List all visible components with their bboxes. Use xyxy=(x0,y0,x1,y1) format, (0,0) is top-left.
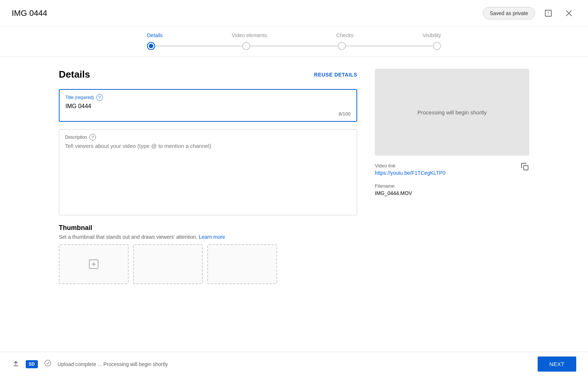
thumbnail-description: Set a thumbnail that stands out and draw… xyxy=(59,234,357,240)
preview-box: Processing will begin shortly xyxy=(375,69,529,156)
footer-left: SD Upload complete ... Processing will b… xyxy=(12,359,168,369)
video-link-row: Video link https://youtu.be/F1TCegKLTP0 xyxy=(375,163,529,177)
step-label-visibility[interactable]: Visibility xyxy=(423,32,441,38)
title-input[interactable] xyxy=(65,103,351,110)
svg-point-11 xyxy=(44,360,51,366)
step-label-checks[interactable]: Checks xyxy=(336,32,354,38)
page-title: IMG 0444 xyxy=(12,8,47,18)
header: IMG 0444 Saved as private xyxy=(0,0,588,26)
step-circle-visibility xyxy=(433,42,441,50)
notification-icon-btn[interactable] xyxy=(541,6,556,21)
thumbnail-option-2[interactable] xyxy=(133,244,203,284)
step-circle-video-elements xyxy=(242,42,250,50)
thumbnail-title: Thumbnail xyxy=(59,224,357,232)
step-line-2 xyxy=(250,46,337,46)
details-section-title: Details xyxy=(59,69,90,80)
title-field-group: Title (required) ? 8/100 xyxy=(59,89,357,122)
copy-icon xyxy=(520,162,529,171)
title-counter: 8/100 xyxy=(65,111,351,117)
reuse-details-button[interactable]: REUSE DETAILS xyxy=(314,72,357,78)
sd-badge: SD xyxy=(26,360,38,368)
thumbnail-options xyxy=(59,244,357,284)
upload-thumbnail-icon xyxy=(88,258,100,270)
preview-processing-text: Processing will begin shortly xyxy=(417,109,487,116)
step-circle-checks xyxy=(338,42,346,50)
step-circle-details xyxy=(147,42,155,50)
saved-badge[interactable]: Saved as private xyxy=(483,7,535,19)
thumbnail-section: Thumbnail Set a thumbnail that stands ou… xyxy=(59,224,357,284)
title-help-icon[interactable]: ? xyxy=(96,94,103,101)
upload-icon xyxy=(12,359,20,367)
right-panel: Processing will begin shortly Video link… xyxy=(375,69,529,284)
description-input[interactable] xyxy=(65,143,351,209)
check-circle-icon xyxy=(44,359,52,367)
footer: SD Upload complete ... Processing will b… xyxy=(0,352,588,376)
video-link[interactable]: https://youtu.be/F1TCegKLTP0 xyxy=(375,170,445,176)
next-button[interactable]: NEXT xyxy=(538,357,576,372)
step-line-1 xyxy=(155,46,242,46)
stepper: Details Video elements Checks Visibility xyxy=(0,26,588,57)
description-field-group: Description ? xyxy=(59,129,357,215)
thumbnail-learn-more-link[interactable]: Learn more xyxy=(199,234,225,240)
filename-group: Filename IMG_0444.MOV xyxy=(375,183,412,196)
video-link-label: Video link xyxy=(375,163,445,169)
filename-value: IMG_0444.MOV xyxy=(375,190,412,196)
footer-status-text: Upload complete ... Processing will begi… xyxy=(58,361,168,367)
left-panel: Details REUSE DETAILS Title (required) ?… xyxy=(59,69,375,284)
description-label: Description ? xyxy=(65,134,351,141)
copy-link-button[interactable] xyxy=(520,162,529,173)
close-icon xyxy=(565,9,573,17)
upload-arrow-icon xyxy=(12,359,20,369)
main-content: Details REUSE DETAILS Title (required) ?… xyxy=(37,57,551,296)
checkmark-icon xyxy=(44,359,52,369)
step-label-details[interactable]: Details xyxy=(147,32,163,38)
thumbnail-option-1[interactable] xyxy=(59,244,129,284)
svg-rect-8 xyxy=(524,166,528,170)
step-label-video-elements[interactable]: Video elements xyxy=(232,32,267,38)
title-label: Title (required) ? xyxy=(65,94,351,101)
title-field-box[interactable]: Title (required) ? 8/100 xyxy=(59,89,357,122)
filename-label: Filename xyxy=(375,183,412,189)
description-field-box[interactable]: Description ? xyxy=(59,129,357,215)
filename-row: Filename IMG_0444.MOV xyxy=(375,183,529,196)
step-line-3 xyxy=(346,46,433,46)
thumbnail-option-3[interactable] xyxy=(207,244,277,284)
meta-section: Video link https://youtu.be/F1TCegKLTP0 … xyxy=(375,163,529,196)
header-actions: Saved as private xyxy=(483,6,576,21)
close-icon-btn[interactable] xyxy=(562,6,576,21)
notification-icon xyxy=(544,9,552,17)
section-header: Details REUSE DETAILS xyxy=(59,69,357,80)
video-link-group: Video link https://youtu.be/F1TCegKLTP0 xyxy=(375,163,445,177)
description-help-icon[interactable]: ? xyxy=(89,134,96,141)
